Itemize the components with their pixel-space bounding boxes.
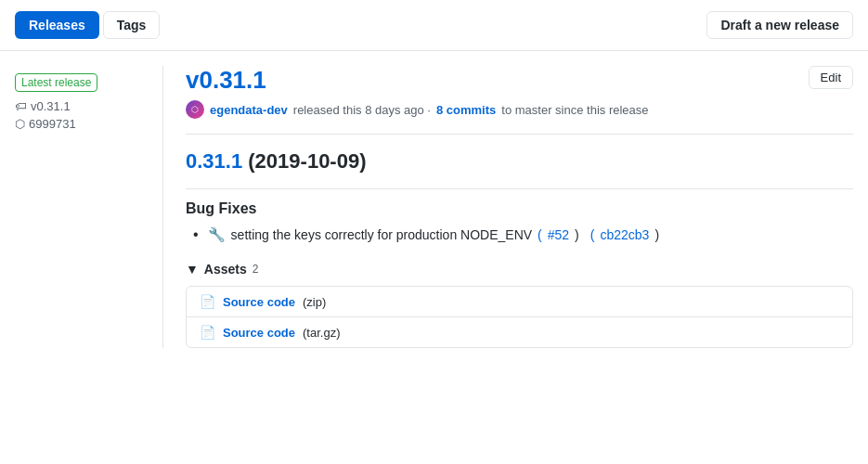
- sidebar-tag-version: v0.31.1: [31, 99, 71, 113]
- latest-release-badge: Latest release: [15, 73, 97, 92]
- pr-link-text[interactable]: #52: [548, 227, 569, 242]
- commits-suffix: to master since this release: [501, 103, 648, 117]
- commits-link[interactable]: 8 commits: [436, 103, 496, 117]
- author-link[interactable]: egendata-dev: [210, 103, 288, 117]
- bug-fixes-title: Bug Fixes: [186, 200, 853, 217]
- bug-list: • 🔧 setting the keys correctly for produ…: [186, 226, 853, 243]
- commit-icon: ⬡: [15, 117, 25, 131]
- released-text: released this 8 days ago ·: [293, 103, 431, 117]
- release-title[interactable]: v0.31.1: [186, 66, 266, 95]
- version-date: (2019-10-09): [248, 149, 366, 173]
- version-number: 0.31.1: [186, 149, 242, 173]
- divider-top: [186, 134, 853, 135]
- sidebar-commit-hash: 6999731: [29, 117, 76, 131]
- asset-item-targz[interactable]: 📄 Source code (tar.gz): [187, 317, 852, 347]
- assets-list: 📄 Source code (zip) 📄 Source code (tar.g…: [186, 286, 853, 348]
- pr-link[interactable]: (: [538, 227, 542, 242]
- asset-link-zip[interactable]: Source code: [223, 295, 295, 309]
- assets-section: ▼ Assets 2 📄 Source code (zip) 📄 Source …: [186, 262, 853, 348]
- main-content: Latest release 🏷 v0.31.1 ⬡ 6999731 v0.31…: [0, 51, 868, 363]
- nav-tabs: Releases Tags: [15, 11, 160, 39]
- tab-releases[interactable]: Releases: [15, 11, 99, 39]
- assets-label: Assets: [204, 262, 247, 277]
- assets-triangle-icon: ▼: [186, 262, 199, 277]
- tag-icon: 🏷: [15, 99, 27, 113]
- top-nav: Releases Tags Draft a new release: [0, 0, 868, 51]
- draft-new-release-button[interactable]: Draft a new release: [706, 11, 853, 39]
- sidebar-tag: 🏷 v0.31.1: [15, 99, 148, 113]
- release-detail: v0.31.1 Edit ⬡ egendata-dev released thi…: [163, 66, 853, 348]
- release-version-title: 0.31.1 (2019-10-09): [186, 149, 853, 174]
- section-divider: [186, 188, 853, 189]
- file-icon-zip: 📄: [200, 294, 215, 309]
- asset-ext-targz: (tar.gz): [303, 326, 340, 340]
- bug-item: • 🔧 setting the keys correctly for produ…: [193, 226, 853, 243]
- sidebar: Latest release 🏷 v0.31.1 ⬡ 6999731: [15, 66, 163, 348]
- file-icon-targz: 📄: [200, 325, 215, 340]
- sidebar-commit: ⬡ 6999731: [15, 117, 148, 131]
- commit-link-text[interactable]: cb22cb3: [600, 227, 649, 242]
- tab-tags[interactable]: Tags: [103, 11, 161, 39]
- assets-header[interactable]: ▼ Assets 2: [186, 262, 853, 277]
- avatar: ⬡: [186, 100, 204, 119]
- edit-button[interactable]: Edit: [809, 66, 853, 89]
- asset-item-zip[interactable]: 📄 Source code (zip): [187, 287, 852, 317]
- bug-emoji: 🔧: [208, 226, 226, 243]
- commit-link[interactable]: (: [590, 227, 595, 242]
- asset-ext-zip: (zip): [303, 295, 326, 309]
- assets-count: 2: [253, 263, 259, 276]
- bullet: •: [193, 226, 199, 243]
- release-header: v0.31.1 Edit: [186, 66, 853, 95]
- release-meta: ⬡ egendata-dev released this 8 days ago …: [186, 100, 853, 119]
- asset-link-targz[interactable]: Source code: [223, 326, 295, 340]
- bug-text: setting the keys correctly for productio…: [231, 227, 532, 242]
